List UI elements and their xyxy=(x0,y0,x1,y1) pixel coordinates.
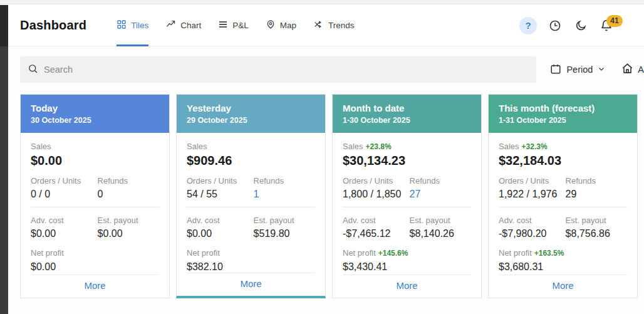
orders-label: Orders / Units xyxy=(31,176,98,186)
page-title: Dashboard xyxy=(20,18,86,33)
adv-cost-value: -$7,465.12 xyxy=(343,228,410,239)
refunds-value[interactable]: 27 xyxy=(410,189,471,200)
header-actions: ? 41 xyxy=(519,17,633,34)
divider xyxy=(499,207,627,207)
sales-pct: +32.3% xyxy=(522,142,548,151)
net-profit-label: Net profit xyxy=(343,248,376,258)
more-row: More xyxy=(343,275,471,298)
adv-cost-label: Adv. cost xyxy=(499,216,566,225)
orders-label: Orders / Units xyxy=(343,176,410,186)
sales-value: $32,184.03 xyxy=(499,154,627,168)
orders-label: Orders / Units xyxy=(187,176,254,186)
orders-label: Orders / Units xyxy=(499,176,566,186)
search-input[interactable] xyxy=(44,65,529,75)
top-strip xyxy=(0,0,644,4)
refunds-value: 29 xyxy=(566,189,627,200)
tile-header: Month to date 1-30 October 2025 xyxy=(333,95,481,133)
net-profit-value: $3,430.41 xyxy=(343,261,471,273)
net-profit-pct: +145.6% xyxy=(378,249,408,258)
main-content: Dashboard Tiles xyxy=(8,5,644,314)
marketplace-selector[interactable]: A xyxy=(621,63,644,76)
divider xyxy=(31,207,159,207)
search-box[interactable] xyxy=(20,56,536,83)
net-profit-pct: +163.5% xyxy=(534,249,564,258)
net-profit-value: $0.00 xyxy=(31,261,159,273)
sales-label: Sales xyxy=(343,142,363,151)
tile-month-to-date[interactable]: Month to date 1-30 October 2025 Sales+23… xyxy=(332,94,482,298)
collapsed-sidebar[interactable] xyxy=(0,5,8,314)
tab-trends[interactable]: Trends xyxy=(313,5,355,46)
refunds-label: Refunds xyxy=(254,176,315,186)
marketplace-label-cut: A xyxy=(638,65,644,75)
refunds-value: 0 xyxy=(98,189,159,200)
refunds-label: Refunds xyxy=(98,176,159,186)
tile-header: This month (forecast) 1-31 October 2025 xyxy=(489,95,637,133)
tile-header: Today 30 October 2025 xyxy=(21,95,169,133)
orders-value: 54 / 55 xyxy=(187,189,254,200)
est-payout-value: $0.00 xyxy=(98,228,159,239)
tile-title: Month to date xyxy=(343,103,471,113)
shuffle-arrows-icon xyxy=(313,19,324,31)
help-button[interactable]: ? xyxy=(519,17,537,34)
divider xyxy=(343,207,471,207)
adv-cost-label: Adv. cost xyxy=(187,216,254,225)
tile-body: Sales+32.3% $32,184.03 Orders / Units 1,… xyxy=(489,133,637,298)
est-payout-value: $8,756.86 xyxy=(566,228,627,239)
tab-tiles[interactable]: Tiles xyxy=(117,5,148,46)
more-link[interactable]: More xyxy=(552,280,573,291)
view-tabs: Tiles Chart P&L xyxy=(117,5,354,46)
sales-value: $30,134.23 xyxy=(343,154,471,168)
net-profit-value: $382.10 xyxy=(187,261,315,273)
adv-cost-label: Adv. cost xyxy=(343,216,410,225)
dark-mode-moon-button[interactable] xyxy=(573,18,588,33)
tile-body: Sales $909.46 Orders / Units 54 / 55 Ref… xyxy=(177,133,325,296)
sales-label: Sales xyxy=(499,142,519,151)
tab-pnl[interactable]: P&L xyxy=(218,5,249,46)
tile-title: This month (forecast) xyxy=(499,103,627,113)
est-payout-label: Est. payout xyxy=(410,216,471,225)
collapsed-sidebar-top xyxy=(0,5,8,46)
tile-date: 30 October 2025 xyxy=(31,116,159,125)
net-profit-label: Net profit xyxy=(31,248,64,258)
refunds-value[interactable]: 1 xyxy=(254,189,315,200)
est-payout-label: Est. payout xyxy=(98,216,159,225)
est-payout-label: Est. payout xyxy=(254,216,315,225)
est-payout-label: Est. payout xyxy=(566,216,627,225)
tile-body: Sales $0.00 Orders / Units 0 / 0 Refunds… xyxy=(21,133,169,298)
kpi-tiles: Today 30 October 2025 Sales $0.00 Orders… xyxy=(20,94,644,298)
sales-value: $0.00 xyxy=(31,154,159,168)
notification-badge: 41 xyxy=(606,15,623,27)
period-selector[interactable]: Period xyxy=(550,63,605,76)
orders-value: 0 / 0 xyxy=(31,189,98,200)
more-link[interactable]: More xyxy=(84,280,105,291)
net-profit-label: Net profit xyxy=(187,248,220,258)
more-row: More xyxy=(187,273,315,296)
notifications-bell-button[interactable]: 41 xyxy=(599,18,614,33)
tab-label: Trends xyxy=(328,21,355,30)
home-icon xyxy=(621,63,633,76)
menu-lines-icon xyxy=(218,19,228,31)
sales-label: Sales xyxy=(31,142,51,151)
map-pin-icon xyxy=(266,19,276,31)
adv-cost-value: $0.00 xyxy=(31,228,98,239)
tile-title: Yesterday xyxy=(187,103,315,113)
divider xyxy=(187,207,315,207)
chevron-down-icon xyxy=(598,65,605,75)
tab-label: Chart xyxy=(180,21,201,30)
est-payout-value: $8,140.26 xyxy=(410,228,471,239)
tab-map[interactable]: Map xyxy=(266,5,296,46)
adv-cost-label: Adv. cost xyxy=(31,216,98,225)
search-icon xyxy=(28,63,38,76)
history-clock-button[interactable] xyxy=(548,18,563,33)
more-link[interactable]: More xyxy=(240,278,261,289)
tile-yesterday[interactable]: Yesterday 29 October 2025 Sales $909.46 … xyxy=(176,94,326,298)
tile-today[interactable]: Today 30 October 2025 Sales $0.00 Orders… xyxy=(20,94,170,298)
tile-month-forecast[interactable]: This month (forecast) 1-31 October 2025 … xyxy=(488,94,638,298)
tile-date: 29 October 2025 xyxy=(187,116,315,125)
more-link[interactable]: More xyxy=(396,280,417,291)
sales-value: $909.46 xyxy=(187,154,315,168)
adv-cost-value: $0.00 xyxy=(187,228,254,239)
tile-date: 1-31 October 2025 xyxy=(499,116,627,125)
tile-body: Sales+23.8% $30,134.23 Orders / Units 1,… xyxy=(333,133,481,298)
tab-chart[interactable]: Chart xyxy=(165,5,201,46)
